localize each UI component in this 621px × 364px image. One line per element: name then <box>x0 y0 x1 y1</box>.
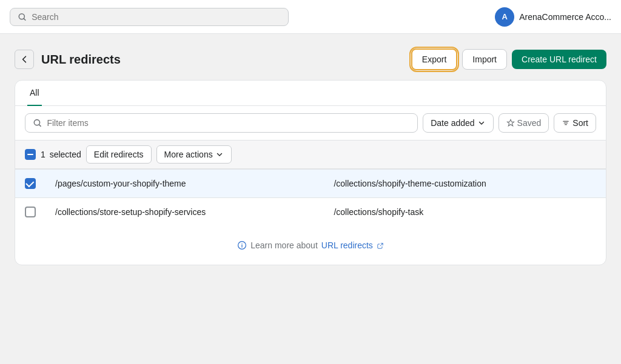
tabs: All <box>15 81 606 106</box>
info-text: Learn more about <box>250 240 318 250</box>
tab-all[interactable]: All <box>27 81 42 106</box>
toolbar: Date added Saved Sort <box>15 106 606 140</box>
avatar: A <box>495 7 514 27</box>
table-row[interactable]: /collections/store-setup-shopify-service… <box>15 198 606 227</box>
search-icon <box>18 12 27 22</box>
chevron-down-icon <box>215 150 224 159</box>
topbar: A ArenaCommerce Acco... <box>0 0 621 34</box>
create-url-redirect-button[interactable]: Create URL redirect <box>512 50 606 69</box>
sort-icon <box>562 119 570 127</box>
info-icon <box>237 240 247 250</box>
sort-button[interactable]: Sort <box>554 113 596 133</box>
redirect-to: /collections/shopify-task <box>324 198 606 227</box>
redirect-from: /pages/custom-your-shopify-theme <box>45 170 324 198</box>
chevron-down-icon <box>477 119 486 127</box>
url-redirects-link[interactable]: URL redirects <box>321 240 384 250</box>
more-actions-button[interactable]: More actions <box>156 145 232 164</box>
page-card: All Date added Saved <box>15 80 606 265</box>
export-button[interactable]: Export <box>411 48 457 70</box>
page-header: URL redirects Export Import Create URL r… <box>15 48 606 70</box>
star-icon <box>506 119 515 127</box>
selection-bar: 1 selected Edit redirects More actions <box>15 140 606 169</box>
filter-input-wrap[interactable] <box>25 113 418 133</box>
select-all-checkbox[interactable] <box>25 149 36 160</box>
row-checkbox-cell[interactable] <box>15 198 45 227</box>
filter-search-icon <box>33 118 42 128</box>
svg-point-3 <box>242 243 243 244</box>
main-content: URL redirects Export Import Create URL r… <box>0 34 621 280</box>
redirect-table: /pages/custom-your-shopify-theme/collect… <box>15 169 606 226</box>
account-name: ArenaCommerce Acco... <box>519 12 611 22</box>
external-link-icon <box>377 242 384 250</box>
date-added-button[interactable]: Date added <box>423 113 493 133</box>
filter-input[interactable] <box>47 118 410 128</box>
row-checkbox[interactable] <box>25 178 36 189</box>
row-checkbox[interactable] <box>25 207 36 217</box>
row-checkbox-cell[interactable] <box>15 170 45 198</box>
import-button[interactable]: Import <box>462 49 507 70</box>
redirect-from: /collections/store-setup-shopify-service… <box>45 198 324 227</box>
selected-count: 1 selected <box>41 150 81 159</box>
search-box[interactable] <box>10 8 289 26</box>
saved-button[interactable]: Saved <box>498 113 549 133</box>
header-actions: Export Import Create URL redirect <box>411 48 606 70</box>
topbar-right: A ArenaCommerce Acco... <box>495 7 611 27</box>
search-input[interactable] <box>32 12 281 22</box>
redirect-to: /collections/shopify-theme-customization <box>324 170 606 198</box>
info-footer: Learn more about URL redirects <box>15 226 606 265</box>
table-row[interactable]: /pages/custom-your-shopify-theme/collect… <box>15 170 606 198</box>
edit-redirects-button[interactable]: Edit redirects <box>86 145 152 164</box>
back-button[interactable] <box>15 50 34 69</box>
page-title: URL redirects <box>41 53 121 67</box>
